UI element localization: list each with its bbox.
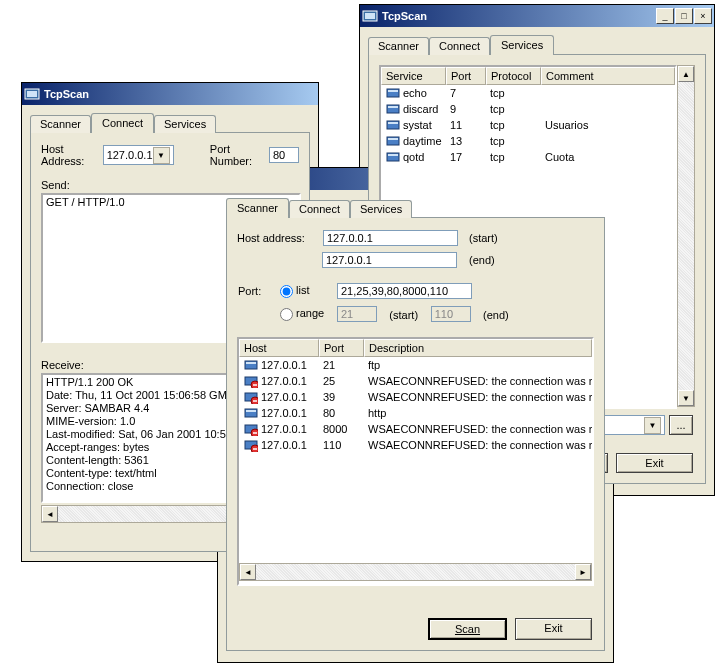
results-listview[interactable]: Host Port Description 127.0.0.121ftp127.… bbox=[237, 337, 594, 586]
start-label: (start) bbox=[469, 232, 498, 244]
svg-rect-17 bbox=[246, 362, 256, 364]
svg-rect-5 bbox=[388, 106, 398, 108]
host-combo[interactable]: 127.0.0.1▼ bbox=[103, 145, 174, 165]
host-err-icon bbox=[243, 437, 259, 453]
exit-button[interactable]: Exit bbox=[616, 453, 693, 473]
end-label: (end) bbox=[469, 254, 495, 266]
service-row[interactable]: daytime13tcp bbox=[381, 133, 675, 149]
col-host[interactable]: Host bbox=[239, 339, 319, 357]
host-addr-label: Host address: bbox=[237, 232, 305, 244]
hscroll[interactable]: ◄► bbox=[239, 563, 592, 581]
service-row[interactable]: echo7tcp bbox=[381, 85, 675, 101]
svg-rect-13 bbox=[27, 91, 37, 97]
minimize-button[interactable]: _ bbox=[656, 8, 674, 24]
send-label: Send: bbox=[41, 179, 299, 191]
service-icon bbox=[385, 101, 401, 117]
app-icon bbox=[362, 8, 378, 24]
col-port[interactable]: Port bbox=[446, 67, 486, 85]
browse-button[interactable]: ... bbox=[669, 415, 693, 435]
window-title: TcpScan bbox=[382, 10, 656, 22]
vscroll[interactable]: ▲▼ bbox=[677, 65, 695, 407]
tab-scanner[interactable]: Scanner bbox=[30, 115, 91, 133]
svg-rect-7 bbox=[388, 122, 398, 124]
range-end-input bbox=[431, 306, 471, 322]
host-err-icon bbox=[243, 373, 259, 389]
host-end-input[interactable] bbox=[322, 252, 457, 268]
port-label: Port: bbox=[238, 285, 261, 297]
service-row[interactable]: qotd17tcpCuota bbox=[381, 149, 675, 165]
tab-scanner[interactable]: Scanner bbox=[368, 37, 429, 55]
result-row[interactable]: 127.0.0.18000WSAECONNREFUSED: the connec… bbox=[239, 421, 592, 437]
svg-rect-3 bbox=[388, 90, 398, 92]
svg-rect-25 bbox=[246, 410, 256, 412]
range-start-input bbox=[337, 306, 377, 322]
service-icon bbox=[385, 133, 401, 149]
radio-list[interactable]: list bbox=[280, 284, 309, 296]
host-err-icon bbox=[243, 421, 259, 437]
port-label: Port Number: bbox=[210, 143, 263, 167]
host-start-input[interactable] bbox=[323, 230, 458, 246]
app-icon bbox=[24, 86, 40, 102]
service-icon bbox=[385, 85, 401, 101]
svg-rect-9 bbox=[388, 138, 398, 140]
service-row[interactable]: discard9tcp bbox=[381, 101, 675, 117]
service-icon bbox=[385, 149, 401, 165]
scan-button[interactable]: Scan bbox=[428, 618, 507, 640]
radio-range[interactable]: range bbox=[280, 307, 324, 319]
host-label: Host Address: bbox=[41, 143, 97, 167]
tab-connect[interactable]: Connect bbox=[91, 113, 154, 133]
col-service[interactable]: Service bbox=[381, 67, 446, 85]
result-row[interactable]: 127.0.0.139WSAECONNREFUSED: the connecti… bbox=[239, 389, 592, 405]
result-row[interactable]: 127.0.0.1110WSAECONNREFUSED: the connect… bbox=[239, 437, 592, 453]
port-input[interactable] bbox=[269, 147, 299, 163]
host-err-icon bbox=[243, 389, 259, 405]
result-row[interactable]: 127.0.0.180http bbox=[239, 405, 592, 421]
tab-services[interactable]: Services bbox=[490, 35, 554, 55]
host-ok-icon bbox=[243, 405, 259, 421]
service-row[interactable]: systat11tcpUsuarios bbox=[381, 117, 675, 133]
range-end-label: (end) bbox=[483, 309, 509, 321]
result-row[interactable]: 127.0.0.125WSAECONNREFUSED: the connecti… bbox=[239, 373, 592, 389]
tab-connect[interactable]: Connect bbox=[289, 200, 350, 218]
range-start-label: (start) bbox=[389, 309, 418, 321]
close-button[interactable]: × bbox=[694, 8, 712, 24]
host-value: 127.0.0.1 bbox=[107, 149, 153, 161]
titlebar[interactable]: TcpScan bbox=[22, 83, 318, 105]
host-ok-icon bbox=[243, 357, 259, 373]
exit-button[interactable]: Exit bbox=[515, 618, 592, 640]
result-row[interactable]: 127.0.0.121ftp bbox=[239, 357, 592, 373]
port-list-input[interactable] bbox=[337, 283, 472, 299]
svg-rect-1 bbox=[365, 13, 375, 19]
titlebar[interactable]: TcpScan _ □ × bbox=[360, 5, 714, 27]
col-desc[interactable]: Description bbox=[364, 339, 592, 357]
window-scanner: TcpScan _ □ × Scanner Connect Services H… bbox=[217, 167, 614, 663]
tab-services[interactable]: Services bbox=[350, 200, 412, 218]
window-title: TcpScan bbox=[44, 88, 316, 100]
tab-connect[interactable]: Connect bbox=[429, 37, 490, 55]
tab-services[interactable]: Services bbox=[154, 115, 216, 133]
maximize-button[interactable]: □ bbox=[675, 8, 693, 24]
col-comment[interactable]: Comment bbox=[541, 67, 675, 85]
svg-rect-11 bbox=[388, 154, 398, 156]
tab-scanner[interactable]: Scanner bbox=[226, 198, 289, 218]
service-icon bbox=[385, 117, 401, 133]
col-port[interactable]: Port bbox=[319, 339, 364, 357]
col-protocol[interactable]: Protocol bbox=[486, 67, 541, 85]
